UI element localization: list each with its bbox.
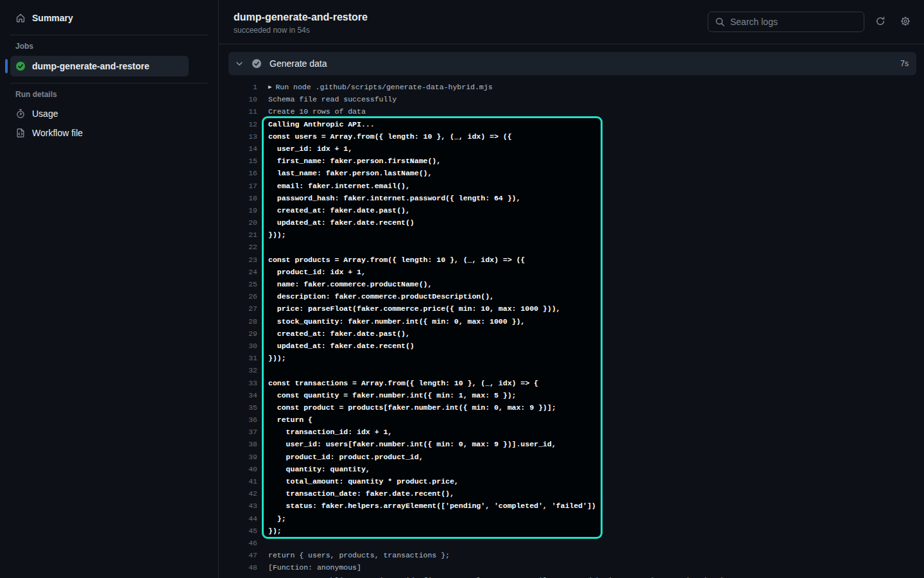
log-line: 37 transaction_id: idx + 1, — [228, 426, 916, 438]
line-number[interactable]: 35 — [228, 401, 257, 414]
log-line: 11Create 10 rows of data — [228, 105, 916, 118]
line-number[interactable]: 41 — [228, 475, 257, 487]
log-line: 46 — [228, 537, 916, 549]
line-number[interactable]: 36 — [228, 414, 257, 426]
line-number[interactable]: 30 — [228, 340, 257, 352]
line-number[interactable]: 11 — [228, 105, 257, 118]
line-number[interactable]: 14 — [228, 143, 257, 155]
log-line-text: })); — [268, 229, 286, 241]
log-line-text: })); — [268, 352, 286, 364]
line-number[interactable]: 47 — [228, 549, 257, 561]
log-line: 35 const product = products[faker.number… — [228, 401, 916, 414]
line-number[interactable]: 20 — [228, 216, 257, 229]
log-panel: Generate data 7s 1Run node .github/scrip… — [219, 44, 924, 578]
log-line: 15 first_name: faker.person.firstName(), — [228, 155, 916, 167]
log-line: 23const products = Array.from({ length: … — [228, 254, 916, 266]
step-header-generate-data[interactable]: Generate data 7s — [228, 52, 916, 75]
log-line-text: last_name: faker.person.lastName(), — [268, 167, 432, 179]
log-output: 1Run node .github/scripts/generate-data-… — [228, 75, 916, 578]
line-number[interactable]: 10 — [228, 93, 257, 105]
log-line-text: return { — [268, 414, 312, 426]
log-line-text: const products = Array.from({ length: 10… — [268, 254, 525, 266]
line-number[interactable]: 23 — [228, 254, 257, 266]
log-line-text: const transactions = Array.from({ length… — [268, 377, 538, 389]
log-line: 31})); — [228, 352, 916, 364]
log-line: 19 created_at: faker.date.past(), — [228, 204, 916, 216]
line-number[interactable]: 29 — [228, 328, 257, 340]
line-number[interactable]: 12 — [228, 118, 257, 130]
log-line-text: Schema file read successfully — [268, 93, 397, 105]
line-number[interactable]: 1 — [228, 81, 257, 93]
log-line: 47return { users, products, transactions… — [228, 549, 916, 561]
line-number[interactable]: 38 — [228, 438, 257, 450]
log-line-text: transaction_id: idx + 1, — [268, 426, 392, 438]
file-code-icon — [15, 128, 26, 138]
line-number[interactable]: 37 — [228, 426, 257, 438]
line-number[interactable]: 19 — [228, 204, 257, 216]
log-line: 39 product_id: product.product_id, — [228, 451, 916, 463]
line-number[interactable]: 27 — [228, 302, 257, 315]
log-line-text: user_id: idx + 1, — [268, 143, 352, 155]
line-number[interactable]: 43 — [228, 500, 257, 512]
log-settings-button[interactable] — [900, 17, 911, 27]
run-status-text: succeeded now in 54s — [234, 26, 368, 35]
sidebar-item-workflow-file[interactable]: Workflow file — [10, 123, 208, 143]
sidebar-item-job-dump-generate-and-restore[interactable]: dump-generate-and-restore — [10, 56, 189, 76]
log-line-text: updated_at: faker.date.recent() — [268, 340, 415, 352]
log-line: 20 updated_at: faker.date.recent() — [228, 216, 916, 229]
line-number[interactable]: 40 — [228, 463, 257, 475]
refresh-logs-button[interactable] — [875, 17, 886, 27]
line-number[interactable]: 13 — [228, 130, 257, 143]
log-line: 36 return { — [228, 414, 916, 426]
chevron-down-icon — [235, 59, 244, 68]
line-number[interactable]: 26 — [228, 290, 257, 302]
page-title: dump-generate-and-restore — [234, 11, 368, 24]
log-line: 40 quantity: quantity, — [228, 463, 916, 475]
log-line: 38 user_id: users[faker.number.int({ min… — [228, 438, 916, 450]
log-line-text: const users = Array.from({ length: 10 },… — [268, 130, 512, 143]
line-number[interactable]: 28 — [228, 315, 257, 328]
log-line: 12Calling Anthropic API... — [228, 118, 916, 130]
log-line-text: INSERT INTO public.users (user_id, first… — [268, 574, 755, 578]
log-line: 18 password_hash: faker.internet.passwor… — [228, 192, 916, 204]
log-line: 34 const quantity = faker.number.int({ m… — [228, 389, 916, 401]
line-number[interactable]: 44 — [228, 512, 257, 525]
log-line-text: status: faker.helpers.arrayElement(['pen… — [268, 500, 596, 512]
line-number[interactable]: 21 — [228, 229, 257, 241]
search-logs-input[interactable] — [730, 17, 857, 27]
line-number[interactable]: 45 — [228, 525, 257, 537]
log-line-text: name: faker.commerce.productName(), — [268, 278, 432, 290]
sidebar-item-summary[interactable]: Summary — [10, 8, 208, 28]
line-number[interactable]: 39 — [228, 451, 257, 463]
line-number[interactable]: 17 — [228, 180, 257, 192]
line-number[interactable]: 33 — [228, 377, 257, 389]
sidebar-divider — [10, 35, 208, 35]
log-line: 16 last_name: faker.person.lastName(), — [228, 167, 916, 179]
line-number[interactable]: 15 — [228, 155, 257, 167]
line-number[interactable]: 42 — [228, 487, 257, 500]
log-line: 10Schema file read successfully — [228, 93, 916, 105]
search-logs-box[interactable] — [708, 12, 864, 32]
log-line-text: const quantity = faker.number.int({ min:… — [268, 389, 516, 401]
sidebar-item-usage[interactable]: Usage — [10, 104, 208, 123]
log-line-text: return { users, products, transactions }… — [268, 549, 450, 561]
line-number[interactable]: 31 — [228, 352, 257, 364]
log-line-text: updated_at: faker.date.recent() — [268, 216, 415, 229]
line-number[interactable]: 46 — [228, 537, 257, 549]
line-number[interactable]: 22 — [228, 241, 257, 253]
line-number[interactable]: 34 — [228, 389, 257, 401]
jobs-section-label: Jobs — [15, 42, 203, 51]
log-line-text: price: parseFloat(faker.commerce.price({… — [268, 302, 560, 315]
line-number[interactable]: 25 — [228, 278, 257, 290]
job-name-label: dump-generate-and-restore — [32, 61, 150, 71]
line-number[interactable]: 32 — [228, 364, 257, 376]
sidebar: Summary Jobs dump-generate-and-restore R… — [0, 0, 219, 578]
line-number[interactable]: 24 — [228, 266, 257, 278]
log-line-text: description: faker.commerce.productDescr… — [268, 290, 494, 302]
line-number[interactable]: 48 — [228, 561, 257, 574]
line-number[interactable]: 18 — [228, 192, 257, 204]
line-number[interactable]: 49 — [228, 574, 257, 578]
log-line-text: transaction_date: faker.date.recent(), — [268, 487, 454, 500]
line-number[interactable]: 16 — [228, 167, 257, 179]
log-line: 17 email: faker.internet.email(), — [228, 180, 916, 192]
